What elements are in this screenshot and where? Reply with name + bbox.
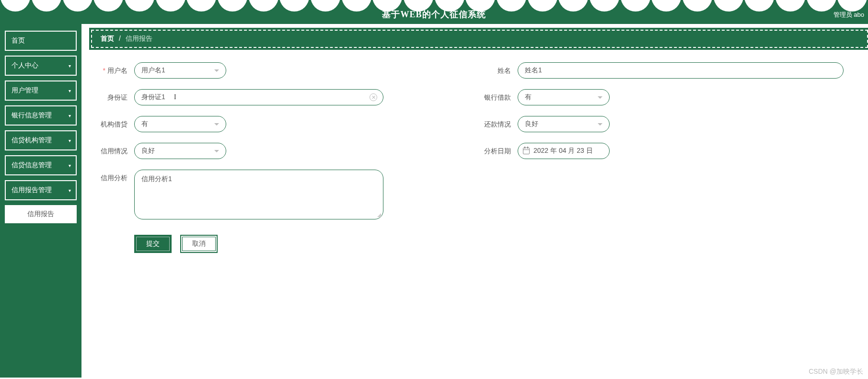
select-value: 有	[141, 120, 148, 128]
submit-button[interactable]: 提交	[134, 235, 172, 253]
select-value: 用户名1	[141, 66, 165, 75]
sidebar-item-label: 信贷机构管理	[12, 136, 52, 145]
breadcrumb-current: 信用报告	[126, 34, 152, 42]
sidebar-item-users[interactable]: 用户管理 ▾	[5, 80, 77, 101]
repay-select[interactable]: 良好	[518, 116, 610, 132]
breadcrumb-home[interactable]: 首页	[101, 34, 114, 42]
form-area: *用户名 用户名1 姓名 姓名1 身份证 身份证1	[91, 48, 868, 258]
user-role: 管理员	[833, 11, 852, 18]
chevron-down-icon: ▾	[69, 63, 71, 69]
breadcrumb-separator: /	[119, 34, 121, 42]
sidebar-item-bank-info[interactable]: 银行信息管理 ▾	[5, 105, 77, 126]
chevron-down-icon: ▾	[69, 163, 71, 168]
label-fullname: 姓名	[479, 62, 518, 79]
date-value: 2022 年 04 月 23 日	[533, 147, 593, 155]
content-area: 首页 / 信用报告 *用户名 用户名1 姓名 姓名1	[81, 24, 868, 378]
label-username: *用户名	[96, 62, 134, 79]
textarea-value: 信用分析1	[141, 175, 172, 184]
label-org-loan: 机构借贷	[96, 116, 134, 132]
fullname-input[interactable]: 姓名1	[518, 62, 844, 79]
chevron-down-icon: ▾	[69, 188, 71, 193]
label-analysis-date: 分析日期	[479, 143, 518, 159]
breadcrumb: 首页 / 信用报告	[91, 30, 868, 48]
sidebar-subitem-label: 信用报告	[27, 210, 54, 218]
sidebar-item-profile[interactable]: 个人中心 ▾	[5, 56, 77, 76]
calendar-icon	[523, 148, 530, 154]
label-credit-analysis: 信用分析	[96, 170, 134, 186]
idcard-input[interactable]: 身份证1 I ✕	[134, 89, 383, 105]
chevron-down-icon: ▾	[69, 88, 71, 93]
sidebar-item-loan-info[interactable]: 信贷信息管理 ▾	[5, 155, 77, 175]
cancel-button[interactable]: 取消	[180, 235, 218, 253]
credit-analysis-textarea[interactable]: 信用分析1	[134, 170, 383, 219]
analysis-date-picker[interactable]: 2022 年 04 月 23 日	[518, 143, 610, 159]
watermark: CSDN @加映学长	[809, 368, 863, 376]
sidebar-item-home[interactable]: 首页	[5, 31, 77, 51]
label-repay: 还款情况	[479, 116, 518, 132]
sidebar-item-credit-report-mgmt[interactable]: 信用报告管理 ▾	[5, 180, 77, 200]
sidebar-item-label: 信贷信息管理	[12, 161, 52, 170]
button-label: 提交	[146, 240, 160, 248]
text-cursor-icon: I	[174, 93, 174, 102]
sidebar-item-label: 个人中心	[12, 61, 38, 70]
sidebar-subitem-credit-report[interactable]: 信用报告	[5, 205, 77, 223]
sidebar-item-loan-org[interactable]: 信贷机构管理 ▾	[5, 130, 77, 150]
app-title: 基于WEB的个人征信系统	[382, 9, 486, 20]
chevron-down-icon: ▾	[69, 138, 71, 143]
label-bank-loan: 银行借款	[479, 89, 518, 105]
sidebar-item-label: 信用报告管理	[12, 186, 52, 195]
label-credit-status: 信用情况	[96, 143, 134, 159]
org-loan-select[interactable]: 有	[134, 116, 226, 132]
username-select[interactable]: 用户名1	[134, 62, 226, 79]
sidebar-item-label: 首页	[12, 36, 25, 45]
select-value: 有	[525, 93, 532, 102]
select-value: 良好	[525, 120, 538, 128]
header-bar: 基于WEB的个人征信系统 管理员 abo	[0, 0, 868, 24]
required-asterisk: *	[103, 67, 105, 74]
bank-loan-select[interactable]: 有	[518, 89, 610, 105]
sidebar: 首页 个人中心 ▾ 用户管理 ▾ 银行信息管理 ▾ 信贷机构管理 ▾ 信贷信息管…	[0, 24, 81, 378]
chevron-down-icon: ▾	[69, 113, 71, 118]
user-name: abo	[854, 11, 864, 18]
input-value: 姓名1	[525, 66, 542, 75]
credit-status-select[interactable]: 良好	[134, 143, 226, 159]
label-idcard: 身份证	[96, 89, 134, 105]
input-value: 身份证1	[141, 93, 165, 102]
header-user-info[interactable]: 管理员 abo	[833, 11, 864, 19]
button-label: 取消	[192, 240, 206, 248]
clear-icon[interactable]: ✕	[370, 93, 377, 101]
sidebar-item-label: 用户管理	[12, 86, 38, 95]
sidebar-item-label: 银行信息管理	[12, 111, 52, 120]
select-value: 良好	[141, 147, 155, 155]
